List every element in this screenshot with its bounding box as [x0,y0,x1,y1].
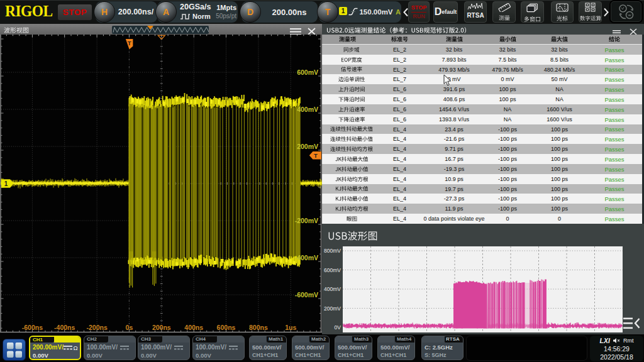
svg-text:0V: 0V [335,324,341,331]
svg-text:-400ns: -400ns [54,324,75,331]
svg-text:0s: 0s [126,324,133,331]
svg-text:1us: 1us [285,324,296,331]
svg-text:1: 1 [4,180,8,187]
svg-text:200mV: 200mV [324,305,341,312]
svg-text:-200ns: -200ns [86,324,107,331]
svg-text:600mV: 600mV [324,267,341,273]
svg-text:200ns: 200ns [152,324,171,331]
svg-text:600ns: 600ns [217,324,236,331]
svg-text:-600ns: -600ns [22,324,43,331]
svg-text:-600mV: -600mV [295,291,318,299]
svg-text:400ns: 400ns [184,324,203,331]
svg-text:800ns: 800ns [249,324,268,331]
svg-text:400mV: 400mV [324,286,341,292]
svg-text:-400mV: -400mV [295,254,318,261]
svg-text:T: T [128,40,131,47]
svg-text:800mV: 800mV [324,248,341,254]
